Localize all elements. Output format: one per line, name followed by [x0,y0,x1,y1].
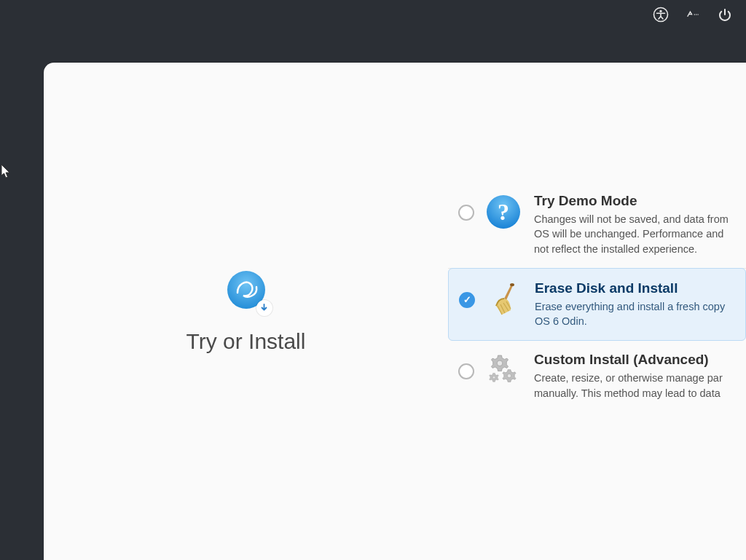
option-desc: Create, resize, or otherwise manage par … [534,371,736,401]
installer-logo [226,269,267,313]
gears-icon [484,352,522,390]
svg-point-8 [510,283,514,286]
question-icon: ? [484,193,522,231]
system-topbar [0,0,746,29]
svg-point-9 [497,360,503,366]
installer-left-pane: Try or Install [44,63,448,560]
svg-point-11 [492,376,495,379]
svg-text:?: ? [498,199,509,225]
svg-point-4 [697,14,698,15]
option-title: Custom Install (Advanced) [534,352,736,368]
radio-erase-disk[interactable] [459,292,475,308]
option-custom-install[interactable]: Custom Install (Advanced) Create, resize… [448,340,746,412]
svg-point-1 [659,10,661,12]
option-title: Erase Disk and Install [535,280,735,296]
accessibility-icon[interactable] [653,7,669,23]
broom-icon [485,280,523,318]
option-try-demo[interactable]: ? Try Demo Mode Changes will not be save… [448,181,746,269]
download-badge-icon [256,300,272,316]
svg-point-3 [696,14,696,15]
installer-window: Try or Install ? Try Demo Mod [44,63,746,560]
installer-options: ? Try Demo Mode Changes will not be save… [448,63,746,560]
option-title: Try Demo Mode [534,193,736,209]
installer-title: Try or Install [186,329,306,354]
mouse-cursor-icon [1,164,12,180]
option-erase-disk[interactable]: Erase Disk and Install Erase everything … [448,268,746,342]
option-desc: Erase everything and install a fresh cop… [535,299,735,329]
option-desc: Changes will not be saved, and data from… [534,212,736,256]
radio-try-demo[interactable] [458,205,474,221]
radio-custom-install[interactable] [458,363,474,379]
power-icon[interactable] [717,7,733,23]
svg-point-2 [694,14,695,15]
keyboard-layout-icon[interactable] [685,7,701,23]
svg-point-10 [507,374,511,378]
